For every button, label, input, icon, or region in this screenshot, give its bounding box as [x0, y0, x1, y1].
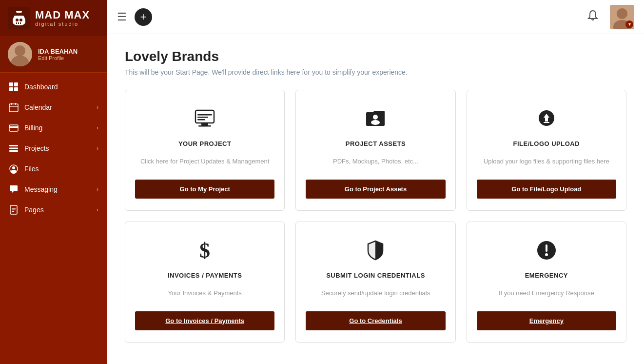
card-title: PROJECT ASSETS [346, 140, 406, 147]
monitor-list-icon [194, 105, 216, 132]
svg-rect-4 [16, 22, 17, 24]
card-description: Click here for Project Updates & Managem… [140, 152, 269, 170]
card-title: FILE/LOGO UPLOAD [513, 140, 580, 147]
svg-rect-35 [197, 117, 208, 118]
card-your-project: YOUR PROJECT Click here for Project Upda… [125, 90, 285, 211]
cloud-upload-icon [535, 105, 558, 132]
sidebar-item-projects[interactable]: Projects › [0, 138, 107, 159]
svg-point-40 [371, 120, 380, 125]
sidebar-item-label: Messaging [24, 185, 58, 193]
user-avatar[interactable]: ▾ [610, 5, 634, 29]
svg-rect-22 [9, 150, 18, 152]
projects-icon [9, 143, 19, 153]
svg-point-31 [617, 8, 627, 19]
svg-rect-36 [197, 119, 205, 121]
sidebar-item-label: Projects [24, 144, 49, 152]
sidebar-item-label: Dashboard [24, 83, 58, 91]
svg-point-24 [12, 166, 15, 169]
svg-rect-15 [11, 103, 12, 105]
card-description: Upload your logo files & supporting file… [484, 152, 609, 170]
svg-rect-16 [15, 103, 16, 105]
sidebar-item-files[interactable]: Files [0, 159, 107, 179]
svg-rect-20 [9, 145, 18, 146]
svg-text:$: $ [199, 239, 210, 262]
sidebar-item-dashboard[interactable]: Dashboard [0, 77, 107, 97]
svg-point-25 [11, 170, 17, 174]
svg-rect-17 [9, 106, 18, 107]
chevron-down-icon: ▾ [625, 20, 633, 28]
svg-rect-13 [14, 87, 18, 91]
cards-grid: YOUR PROJECT Click here for Project Upda… [125, 90, 626, 343]
calendar-icon [9, 102, 19, 112]
card-title: SUBMIT LOGIN CREDENTIALS [326, 272, 425, 279]
card-title: YOUR PROJECT [178, 140, 232, 147]
sidebar-item-label: Calendar [24, 103, 52, 111]
svg-point-47 [545, 253, 548, 256]
card-title: INVOICES / PAYMENTS [168, 272, 242, 279]
logo-subtitle: digital studio [35, 21, 90, 27]
sidebar: MAD MAX digital studio IDA BEAHAN Edit P… [0, 0, 107, 364]
notifications-bell-icon[interactable] [586, 9, 599, 25]
files-icon [9, 164, 19, 174]
svg-rect-27 [12, 208, 16, 209]
header: ☰ + ▾ [107, 0, 644, 34]
svg-point-2 [16, 19, 19, 21]
svg-rect-12 [9, 87, 13, 91]
svg-point-3 [20, 19, 22, 21]
svg-rect-18 [9, 125, 18, 131]
svg-rect-19 [9, 126, 18, 128]
avatar [8, 42, 32, 66]
card-submit-login-credentials: SUBMIT LOGIN CREDENTIALS Securely send/u… [295, 222, 455, 343]
card-description: PDFs, Mockups, Photos, etc... [333, 152, 418, 170]
go-to-invoices-payments-button[interactable]: Go to Invoices / Payments [135, 311, 274, 330]
sidebar-item-label: Pages [24, 206, 44, 214]
messaging-icon [9, 184, 19, 194]
billing-icon [9, 123, 19, 133]
main-area: ☰ + ▾ Lovely Brands This will be your St… [107, 0, 644, 364]
logo-text: MAD MAX digital studio [35, 9, 90, 27]
sidebar-item-messaging[interactable]: Messaging › [0, 179, 107, 200]
card-emergency: EMERGENCY If you need Emergency Response… [467, 222, 626, 343]
svg-rect-21 [9, 148, 18, 149]
card-description: If you need Emergency Response [499, 284, 594, 302]
svg-rect-46 [546, 244, 547, 252]
svg-point-39 [373, 115, 378, 120]
card-title: EMERGENCY [525, 272, 568, 279]
go-to-my-project-button[interactable]: Go to My Project [135, 180, 274, 199]
svg-rect-37 [201, 123, 208, 125]
sidebar-profile[interactable]: IDA BEAHAN Edit Profile [0, 36, 107, 73]
svg-rect-1 [16, 11, 22, 13]
add-button[interactable]: + [135, 8, 152, 26]
svg-rect-43 [544, 122, 549, 123]
svg-rect-34 [197, 114, 212, 116]
svg-rect-29 [12, 211, 14, 212]
go-to-credentials-button[interactable]: Go to Credentials [306, 311, 445, 330]
page-title: Lovely Brands [125, 49, 626, 64]
svg-rect-38 [198, 125, 211, 127]
svg-rect-14 [9, 104, 18, 112]
sidebar-item-label: Files [24, 165, 39, 173]
dollar-icon: $ [194, 237, 216, 264]
sidebar-logo: MAD MAX digital studio [0, 0, 107, 36]
go-to-file-logo-upload-button[interactable]: Go to File/Logo Upload [477, 180, 616, 199]
emergency-button[interactable]: Emergency [477, 311, 616, 330]
sidebar-item-pages[interactable]: Pages › [0, 200, 107, 220]
card-description: Your Invoices & Payments [168, 284, 242, 302]
sidebar-item-label: Billing [24, 124, 42, 132]
card-description: Securely send/update login credentials [321, 284, 430, 302]
edit-profile-link[interactable]: Edit Profile [38, 55, 78, 61]
chevron-right-icon: › [97, 145, 98, 152]
svg-rect-28 [12, 210, 16, 211]
dashboard-icon [9, 82, 19, 92]
content-area: Lovely Brands This will be your Start Pa… [107, 34, 644, 364]
profile-info: IDA BEAHAN Edit Profile [38, 48, 78, 61]
sidebar-item-billing[interactable]: Billing › [0, 118, 107, 138]
sidebar-item-calendar[interactable]: Calendar › [0, 97, 107, 118]
logo-title: MAD MAX [35, 9, 90, 21]
pages-icon [9, 205, 19, 215]
chevron-right-icon: › [97, 186, 98, 193]
hamburger-menu-button[interactable]: ☰ [117, 11, 127, 23]
svg-point-8 [15, 45, 25, 56]
go-to-project-assets-button[interactable]: Go to Project Assets [306, 180, 445, 199]
profile-name: IDA BEAHAN [38, 48, 78, 55]
